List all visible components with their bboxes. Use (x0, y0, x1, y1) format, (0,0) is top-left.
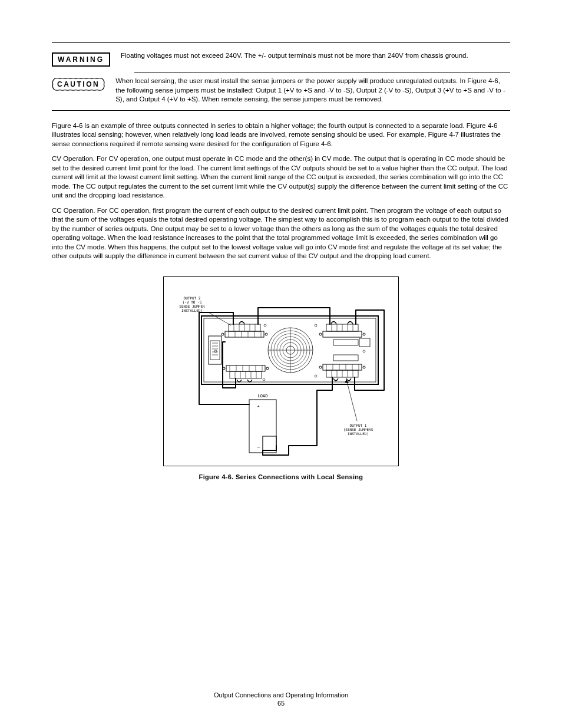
svg-text:−: − (257, 444, 260, 450)
caution-badge: CAUTION (52, 78, 105, 91)
svg-point-12 (263, 378, 265, 381)
footer-page: 65 (0, 700, 562, 707)
label-output2-d: INSTALLED) (181, 308, 203, 312)
label-output2-a: OUTPUT 2 (184, 296, 201, 300)
terminal-block-out3 (319, 321, 365, 337)
label-output1-a: OUTPUT 1 (350, 423, 367, 427)
svg-rect-63 (333, 340, 358, 345)
figure-caption: Figure 4-6. Series Connections with Loca… (163, 473, 399, 480)
svg-rect-25 (225, 331, 264, 337)
svg-point-38 (265, 333, 267, 335)
paragraph-intro: Figure 4-6 is an example of three output… (52, 121, 510, 149)
svg-point-13 (315, 324, 317, 327)
svg-point-78 (319, 366, 322, 368)
svg-point-37 (222, 333, 224, 335)
paragraph-cc: CC Operation. For CC operation, first pr… (52, 206, 510, 261)
rule-top (52, 42, 510, 43)
svg-point-79 (363, 366, 365, 368)
svg-rect-65 (323, 364, 362, 370)
warning-label: WARNING (52, 52, 110, 67)
body-text: Figure 4-6 is an example of three output… (52, 121, 510, 261)
svg-point-53 (266, 367, 269, 370)
svg-point-14 (315, 375, 317, 377)
figure: LOAD + − (163, 276, 399, 480)
svg-point-62 (363, 333, 365, 335)
label-load: LOAD (258, 394, 268, 398)
footer: Output Connections and Operating Informa… (0, 691, 562, 707)
svg-point-11 (214, 350, 217, 353)
caution-label: CAUTION (57, 80, 100, 88)
svg-line-83 (346, 380, 357, 421)
svg-line-85 (209, 312, 231, 325)
svg-rect-55 (323, 331, 362, 337)
svg-point-16 (363, 350, 365, 353)
svg-rect-80 (333, 355, 358, 361)
figure-border: LOAD + − (163, 276, 399, 466)
diagram-svg: LOAD + − (170, 283, 391, 460)
svg-text:+: + (257, 404, 260, 409)
caution-row: CAUTION When local sensing, the user mus… (52, 77, 510, 104)
rule-bottom (52, 110, 510, 111)
svg-point-61 (319, 333, 322, 335)
svg-rect-39 (226, 365, 265, 371)
terminal-block-out4 (223, 365, 269, 382)
rule-mid-short (134, 73, 510, 73)
terminal-block-output1 (319, 364, 365, 381)
warning-badge: WARNING (52, 52, 110, 67)
warning-text: Floating voltages must not exceed 240V. … (121, 51, 510, 61)
label-output1-c: INSTALLED) (348, 431, 369, 436)
warning-row: WARNING Floating voltages must not excee… (52, 51, 510, 67)
footer-section: Output Connections and Operating Informa… (0, 691, 562, 699)
svg-marker-84 (345, 380, 349, 383)
caution-text: When local sensing, the user must instal… (115, 77, 510, 104)
label-output1-b: (SENSE JUMPERS (343, 427, 373, 431)
paragraph-cv: CV Operation. For CV operation, one outp… (52, 154, 510, 200)
svg-rect-64 (359, 338, 370, 347)
label-output2-c: SENSE JUMPER (179, 304, 205, 308)
label-output2-b: (-V TO -S (183, 300, 202, 304)
svg-point-15 (264, 324, 266, 327)
